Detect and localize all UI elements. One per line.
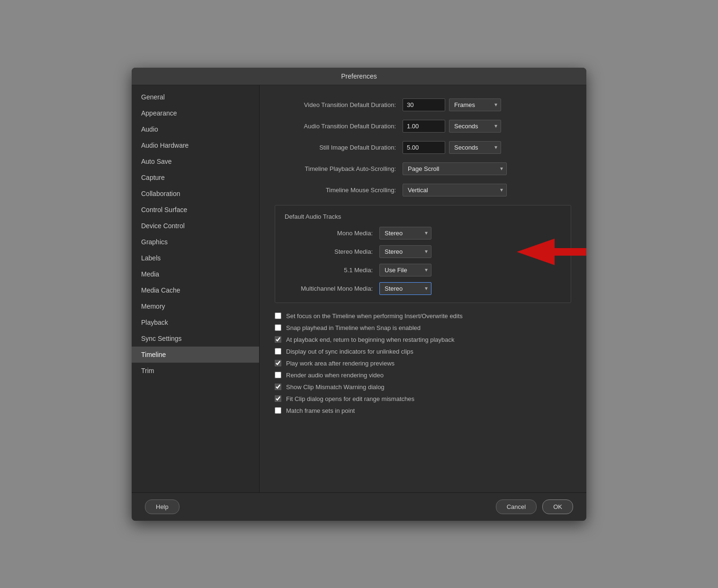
main-panel: Video Transition Default Duration: Frame… xyxy=(260,85,586,492)
mouse-scrolling-wrap: VerticalHorizontal xyxy=(403,184,507,196)
checkbox-label-8: Match frame sets in point xyxy=(286,407,355,414)
sidebar-item-control-surface[interactable]: Control Surface xyxy=(132,202,259,218)
checkbox-1[interactable] xyxy=(275,324,281,331)
mouse-scrolling-row: Timeline Mouse Scrolling: VerticalHorizo… xyxy=(275,184,571,196)
checkbox-label-2: At playback end, return to beginning whe… xyxy=(286,336,455,343)
playback-scrolling-label: Timeline Playback Auto-Scrolling: xyxy=(275,165,403,172)
five-one-label: 5.1 Media: xyxy=(285,267,379,274)
sidebar-item-playback[interactable]: Playback xyxy=(132,314,259,330)
sidebar-item-memory[interactable]: Memory xyxy=(132,298,259,314)
checkbox-5[interactable] xyxy=(275,372,281,378)
stereo-media-wrap: StereoMonoAdaptive xyxy=(379,245,431,258)
help-button[interactable]: Help xyxy=(145,499,180,514)
mono-media-select[interactable]: StereoMonoAdaptive xyxy=(379,227,431,240)
checkbox-row-0: Set focus on the Timeline when performin… xyxy=(275,312,571,320)
still-image-label: Still Image Default Duration: xyxy=(275,144,403,151)
checkbox-row-5: Render audio when rendering video xyxy=(275,372,571,379)
checkbox-4[interactable] xyxy=(275,360,281,366)
mouse-scrolling-select[interactable]: VerticalHorizontal xyxy=(403,184,507,196)
stereo-media-select[interactable]: StereoMonoAdaptive xyxy=(379,245,431,258)
mono-media-label: Mono Media: xyxy=(285,230,379,237)
checkbox-label-7: Fit Clip dialog opens for edit range mis… xyxy=(286,395,414,402)
cancel-button[interactable]: Cancel xyxy=(496,499,537,514)
multichannel-select[interactable]: StereoMonoAdaptive xyxy=(379,282,431,295)
multichannel-row: Multichannel Mono Media: StereoMonoAdapt… xyxy=(285,282,561,295)
five-one-wrap: Use FileStereo5.1 xyxy=(379,264,431,276)
mono-media-row: Mono Media: StereoMonoAdaptive xyxy=(285,227,561,240)
sidebar-item-auto-save[interactable]: Auto Save xyxy=(132,153,259,169)
checkbox-label-0: Set focus on the Timeline when performin… xyxy=(286,312,463,320)
audio-transition-label: Audio Transition Default Duration: xyxy=(275,123,403,130)
still-image-row: Still Image Default Duration: SecondsFra… xyxy=(275,141,571,154)
stereo-media-row: Stereo Media: StereoMonoAdaptive xyxy=(285,245,561,258)
checkbox-label-4: Play work area after rendering previews xyxy=(286,360,395,367)
checkbox-label-6: Show Clip Mismatch Warning dialog xyxy=(286,383,385,391)
still-image-unit-select[interactable]: SecondsFrames xyxy=(449,141,501,154)
sidebar-item-sync-settings[interactable]: Sync Settings xyxy=(132,330,259,347)
stereo-media-label: Stereo Media: xyxy=(285,248,379,255)
checkbox-row-7: Fit Clip dialog opens for edit range mis… xyxy=(275,395,571,402)
audio-transition-unit-select[interactable]: SecondsFrames xyxy=(449,120,501,133)
checkbox-6[interactable] xyxy=(275,383,281,390)
sidebar-item-media-cache[interactable]: Media Cache xyxy=(132,282,259,298)
checkbox-7[interactable] xyxy=(275,395,281,402)
red-arrow-svg xyxy=(517,239,586,265)
sidebar-item-appearance[interactable]: Appearance xyxy=(132,105,259,121)
checkbox-row-8: Match frame sets in point xyxy=(275,407,571,414)
mouse-scrolling-label: Timeline Mouse Scrolling: xyxy=(275,187,403,194)
audio-transition-input[interactable] xyxy=(403,120,445,133)
audio-transition-unit-wrap: SecondsFrames xyxy=(449,120,501,133)
video-transition-input[interactable] xyxy=(403,98,445,111)
audio-tracks-title: Default Audio Tracks xyxy=(285,213,561,220)
red-arrow-indicator xyxy=(517,239,586,267)
sidebar-item-capture[interactable]: Capture xyxy=(132,169,259,186)
window-title: Preferences xyxy=(341,72,377,80)
five-one-select[interactable]: Use FileStereo5.1 xyxy=(379,264,431,276)
checkbox-label-3: Display out of sync indicators for unlin… xyxy=(286,348,413,355)
checkbox-row-6: Show Clip Mismatch Warning dialog xyxy=(275,383,571,391)
sidebar-item-labels[interactable]: Labels xyxy=(132,250,259,266)
playback-scrolling-row: Timeline Playback Auto-Scrolling: Page S… xyxy=(275,162,571,175)
sidebar-item-device-control[interactable]: Device Control xyxy=(132,218,259,234)
playback-scrolling-wrap: Page ScrollSmooth ScrollNo Scroll xyxy=(403,162,507,175)
checkbox-2[interactable] xyxy=(275,336,281,343)
sidebar-item-graphics[interactable]: Graphics xyxy=(132,234,259,250)
sidebar-item-trim[interactable]: Trim xyxy=(132,363,259,379)
sidebar-item-timeline[interactable]: Timeline xyxy=(132,347,259,363)
ok-button[interactable]: OK xyxy=(542,499,573,514)
still-image-input[interactable] xyxy=(403,141,445,154)
sidebar: GeneralAppearanceAudioAudio HardwareAuto… xyxy=(132,85,260,492)
video-transition-unit-select[interactable]: FramesSeconds xyxy=(449,98,501,111)
sidebar-item-collaboration[interactable]: Collaboration xyxy=(132,186,259,202)
multichannel-label: Multichannel Mono Media: xyxy=(285,285,379,292)
video-transition-unit-wrap: FramesSeconds xyxy=(449,98,501,111)
preferences-window: Preferences GeneralAppearanceAudioAudio … xyxy=(132,68,586,521)
checkboxes-section: Set focus on the Timeline when performin… xyxy=(275,312,571,414)
checkbox-label-1: Snap playhead in Timeline when Snap is e… xyxy=(286,324,421,331)
footer: Help Cancel OK xyxy=(132,492,586,521)
video-transition-label: Video Transition Default Duration: xyxy=(275,101,403,108)
video-transition-row: Video Transition Default Duration: Frame… xyxy=(275,98,571,111)
checkbox-0[interactable] xyxy=(275,312,281,319)
default-audio-tracks-box: Default Audio Tracks Mono Media: StereoM… xyxy=(275,205,571,303)
playback-scrolling-select[interactable]: Page ScrollSmooth ScrollNo Scroll xyxy=(403,162,507,175)
svg-marker-0 xyxy=(517,239,586,265)
mono-media-wrap: StereoMonoAdaptive xyxy=(379,227,431,240)
checkbox-row-4: Play work area after rendering previews xyxy=(275,360,571,367)
sidebar-item-media[interactable]: Media xyxy=(132,266,259,282)
sidebar-item-general[interactable]: General xyxy=(132,89,259,105)
audio-transition-row: Audio Transition Default Duration: Secon… xyxy=(275,120,571,133)
still-image-unit-wrap: SecondsFrames xyxy=(449,141,501,154)
sidebar-item-audio-hardware[interactable]: Audio Hardware xyxy=(132,137,259,153)
checkbox-3[interactable] xyxy=(275,348,281,355)
checkbox-8[interactable] xyxy=(275,407,281,414)
checkbox-row-1: Snap playhead in Timeline when Snap is e… xyxy=(275,324,571,331)
sidebar-item-audio[interactable]: Audio xyxy=(132,121,259,137)
checkbox-label-5: Render audio when rendering video xyxy=(286,372,384,379)
checkbox-row-3: Display out of sync indicators for unlin… xyxy=(275,348,571,355)
content-area: GeneralAppearanceAudioAudio HardwareAuto… xyxy=(132,85,586,492)
title-bar: Preferences xyxy=(132,68,586,85)
checkbox-row-2: At playback end, return to beginning whe… xyxy=(275,336,571,343)
multichannel-wrap: StereoMonoAdaptive xyxy=(379,282,431,295)
